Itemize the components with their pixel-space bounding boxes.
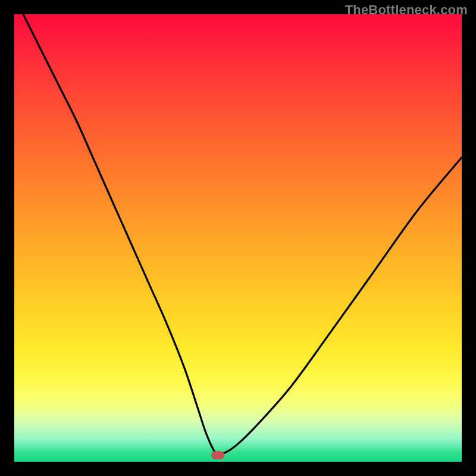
chart-frame: TheBottleneck.com <box>0 0 476 476</box>
watermark-text: TheBottleneck.com <box>345 2 468 18</box>
bottleneck-curve <box>14 14 462 462</box>
plot-area <box>14 14 462 462</box>
minimum-marker <box>211 451 224 459</box>
bottleneck-curve-path <box>23 14 462 455</box>
